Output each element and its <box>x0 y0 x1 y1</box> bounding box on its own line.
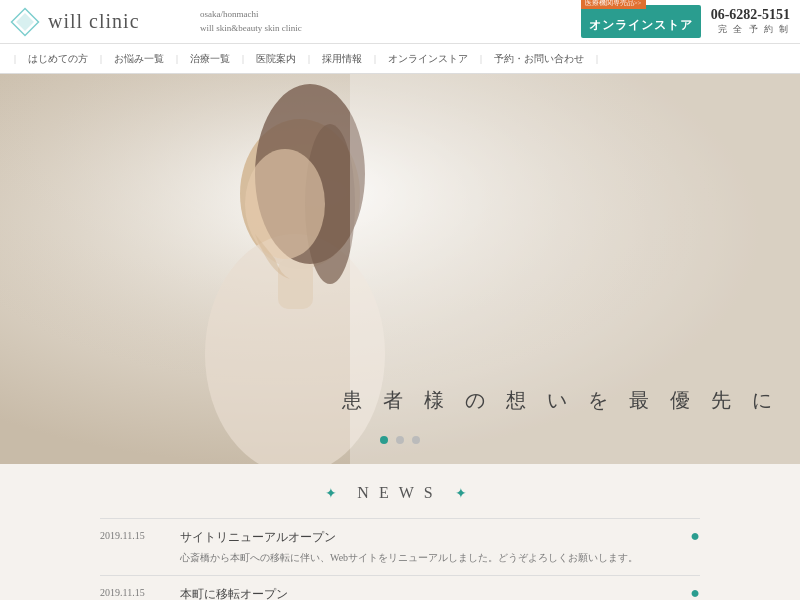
carousel-dot-2[interactable] <box>396 436 404 444</box>
nav-item-hajimete[interactable]: はじめての方 <box>22 52 94 66</box>
phone-number: 06-6282-5151 <box>711 7 790 23</box>
news-title-1[interactable]: サイトリニューアルオープン <box>180 529 682 546</box>
news-item-1: 2019.11.15 サイトリニューアルオープン 心斎橋から本町への移転に伴い、… <box>100 519 700 576</box>
header-right: 医療機関専売品>> オンラインストア 06-6282-5151 完 全 予 約 … <box>581 5 790 38</box>
hero-tagline: 患 者 様 の 想 い を 最 優 先 に <box>342 387 780 414</box>
clinic-subtitle: osaka/honmachi will skin&beauty skin cli… <box>200 8 302 35</box>
reservation-label: 完 全 予 約 制 <box>711 23 790 36</box>
nav-item-yoyaku[interactable]: 予約・お問い合わせ <box>488 52 590 66</box>
news-title: ✦ NEWS ✦ <box>0 484 800 502</box>
news-expand-icon-1[interactable]: ● <box>690 527 700 545</box>
logo-diamond-icon <box>10 7 40 37</box>
news-title-2[interactable]: 本町に移転オープン <box>180 586 682 600</box>
nav-separator: | <box>242 53 244 64</box>
site-header: will clinic osaka/honmachi will skin&bea… <box>0 0 800 44</box>
news-list: 2019.11.15 サイトリニューアルオープン 心斎橋から本町への移転に伴い、… <box>100 518 700 600</box>
news-content-1: サイトリニューアルオープン 心斎橋から本町への移転に伴い、Webサイトをリニュー… <box>180 529 682 565</box>
carousel-dot-3[interactable] <box>412 436 420 444</box>
news-content-2: 本町に移転オープン <box>180 586 682 600</box>
main-nav: | はじめての方 | お悩み一覧 | 治療一覧 | 医院案内 | 採用情報 | … <box>0 44 800 74</box>
svg-point-9 <box>245 149 325 259</box>
logo-text: will clinic <box>48 10 140 33</box>
news-expand-icon-2[interactable]: ● <box>690 584 700 600</box>
news-heading: NEWS <box>357 484 442 502</box>
logo-area: will clinic <box>10 7 190 37</box>
online-store-button[interactable]: 医療機関専売品>> オンラインストア <box>581 5 701 38</box>
nav-separator: | <box>14 53 16 64</box>
nav-item-online[interactable]: オンラインストア <box>382 52 474 66</box>
nav-separator: | <box>100 53 102 64</box>
nav-item-saiyo[interactable]: 採用情報 <box>316 52 368 66</box>
news-date-2: 2019.11.15 <box>100 586 180 598</box>
news-cross-right: ✦ <box>455 485 475 502</box>
hero-carousel-dots <box>380 436 420 444</box>
online-store-badge: 医療機関専売品>> <box>581 0 646 9</box>
nav-separator: | <box>176 53 178 64</box>
nav-separator: | <box>480 53 482 64</box>
nav-separator: | <box>374 53 376 64</box>
hero-section: 患 者 様 の 想 い を 最 優 先 に <box>0 74 800 464</box>
news-section: ✦ NEWS ✦ 2019.11.15 サイトリニューアルオープン 心斎橋から本… <box>0 464 800 600</box>
news-cross-left: ✦ <box>325 485 345 502</box>
carousel-dot-1[interactable] <box>380 436 388 444</box>
news-body-1: 心斎橋から本町への移転に伴い、Webサイトをリニューアルしました。どうぞよろしく… <box>180 550 682 565</box>
news-item-2: 2019.11.15 本町に移転オープン ● <box>100 576 700 600</box>
nav-separator: | <box>596 53 598 64</box>
online-store-label: オンラインストア <box>589 17 693 34</box>
nav-item-onayami[interactable]: お悩み一覧 <box>108 52 170 66</box>
nav-item-iin[interactable]: 医院案内 <box>250 52 302 66</box>
nav-item-chiryo[interactable]: 治療一覧 <box>184 52 236 66</box>
news-date-1: 2019.11.15 <box>100 529 180 541</box>
nav-separator: | <box>308 53 310 64</box>
